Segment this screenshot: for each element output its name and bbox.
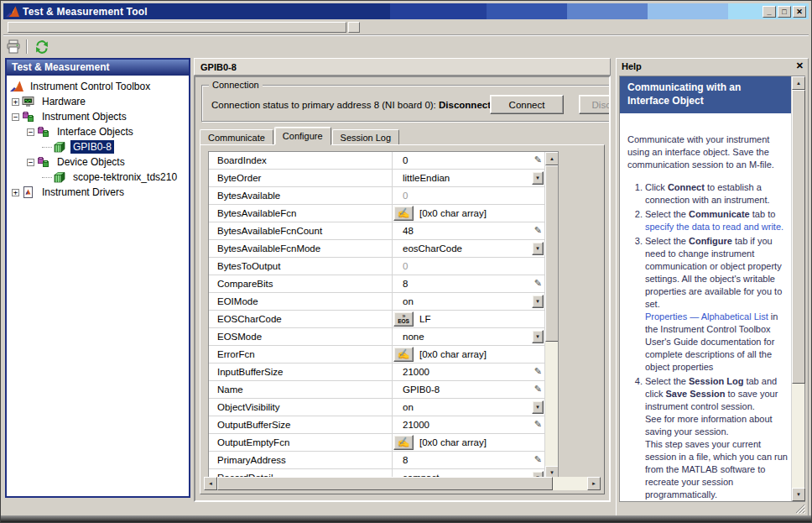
property-row-primaryaddress[interactable]: PrimaryAddress8✎ [209, 452, 544, 469]
help-scrollbar[interactable]: ▲ ▼ [791, 76, 804, 501]
tree-item-instrument-control-toolbox[interactable]: Instrument Control Toolbox [7, 79, 189, 94]
property-row-outputemptyfcn[interactable]: OutputEmptyFcn✍[0x0 char array] [209, 434, 544, 452]
dropdown-arrow-icon[interactable]: ▼ [532, 295, 544, 308]
minimize-button[interactable]: _ [763, 6, 776, 18]
property-row-inputbuffersize[interactable]: InputBufferSize21000✎ [209, 363, 544, 381]
tree-item-instrument-objects[interactable]: −Instrument Objects [7, 109, 189, 124]
tab-session-log[interactable]: Session Log [332, 129, 400, 145]
tree-item-gpib0-8[interactable]: GPIB0-8 [7, 139, 189, 154]
edit-function-button[interactable]: ✍ [393, 435, 414, 450]
property-row-boardindex[interactable]: BoardIndex0✎ [209, 152, 544, 170]
collapse-icon[interactable]: − [27, 159, 34, 166]
tree-item-label[interactable]: Device Objects [55, 155, 128, 169]
horizontal-scroll-thumb[interactable] [217, 477, 553, 490]
print-button[interactable] [3, 38, 23, 55]
tab-configure[interactable]: Configure [274, 127, 331, 145]
property-value[interactable]: eosCharCode▼ [393, 240, 544, 257]
vertical-scroll-thumb[interactable] [545, 165, 559, 342]
property-value[interactable]: on▼ [393, 293, 544, 310]
pencil-edit-icon[interactable]: ✎ [534, 419, 542, 430]
property-value[interactable]: 21000✎ [393, 416, 544, 433]
property-value[interactable]: ✍[0x0 char array] [393, 434, 544, 451]
tree-item-label[interactable]: scope-tektronix_tds210 [70, 170, 180, 184]
property-value[interactable]: 21000✎ [393, 363, 544, 380]
tree-item-label[interactable]: Interface Objects [55, 125, 136, 139]
property-row-eoimode[interactable]: EOIModeon▼ [209, 293, 544, 311]
property-row-objectvisibility[interactable]: ObjectVisibilityon▼ [209, 399, 544, 416]
title-bar[interactable]: Test & Measurement Tool _□✕ [3, 3, 809, 19]
help-link[interactable]: specify the data to read and write. [645, 222, 783, 232]
pencil-edit-icon[interactable]: ✎ [534, 225, 542, 236]
property-value[interactable]: 0 [393, 187, 544, 204]
property-value[interactable]: on▼ [393, 399, 544, 416]
tree-item-label[interactable]: Instrument Drivers [39, 186, 127, 199]
property-row-bytesavailablefcnmode[interactable]: BytesAvailableFcnModeeosCharCode▼ [209, 240, 544, 258]
property-value[interactable]: 8✎ [393, 275, 544, 292]
property-value[interactable]: 8✎ [393, 452, 544, 468]
refresh-button[interactable] [32, 38, 52, 55]
tree-item-interface-objects[interactable]: −Interface Objects [7, 124, 189, 139]
property-row-outputbuffersize[interactable]: OutputBufferSize21000✎ [209, 416, 544, 434]
resize-grip-icon[interactable] [794, 503, 805, 514]
help-scroll-thumb[interactable] [792, 90, 805, 384]
pencil-edit-icon[interactable]: ✎ [534, 278, 542, 289]
help-close-icon[interactable]: ✕ [796, 60, 804, 71]
toolbar-dock-handle[interactable] [348, 22, 360, 33]
close-button[interactable]: ✕ [793, 6, 806, 18]
dropdown-arrow-icon[interactable]: ▼ [532, 400, 544, 414]
pencil-edit-icon[interactable]: ✎ [534, 384, 542, 395]
maximize-button[interactable]: □ [778, 6, 791, 18]
property-value[interactable]: 48✎ [393, 222, 544, 239]
table-horizontal-scrollbar[interactable]: ◄ ► [204, 477, 601, 490]
edit-function-button[interactable]: ✍ [393, 347, 414, 362]
eos-editor-button[interactable]: »EOS [393, 311, 414, 327]
tree-item-label[interactable]: GPIB0-8 [70, 140, 114, 154]
dropdown-arrow-icon[interactable]: ▼ [532, 171, 544, 185]
pencil-edit-icon[interactable]: ✎ [534, 454, 542, 465]
property-row-name[interactable]: NameGPIB0-8✎ [209, 381, 544, 399]
property-value[interactable]: 0 [393, 258, 544, 275]
table-vertical-scrollbar[interactable]: ▲ ▼ [544, 152, 558, 479]
scroll-left-arrow-icon[interactable]: ◄ [204, 477, 217, 490]
expand-icon[interactable]: + [12, 189, 19, 196]
property-row-bytesavailablefcncount[interactable]: BytesAvailableFcnCount48✎ [209, 222, 544, 240]
property-row-bytesavailable[interactable]: BytesAvailable0 [209, 187, 544, 205]
edit-function-button[interactable]: ✍ [393, 206, 414, 221]
tab-communicate[interactable]: Communicate [200, 129, 273, 145]
property-row-eosmode[interactable]: EOSModenone▼ [209, 328, 544, 346]
pencil-edit-icon[interactable]: ✎ [534, 154, 542, 165]
property-value[interactable]: ✍[0x0 char array] [393, 205, 544, 222]
tree-item-device-objects[interactable]: −Device Objects [7, 154, 189, 170]
help-scroll-up-icon[interactable]: ▲ [792, 76, 805, 90]
property-value[interactable]: GPIB0-8✎ [393, 381, 544, 398]
scroll-up-arrow-icon[interactable]: ▲ [545, 152, 559, 165]
property-value[interactable]: none▼ [393, 328, 544, 345]
collapse-icon[interactable]: − [27, 128, 34, 136]
property-value[interactable]: ✍[0x0 char array] [393, 346, 544, 363]
tree-item-instrument-drivers[interactable]: +Instrument Drivers [7, 185, 189, 200]
connect-button[interactable]: Connect [490, 95, 564, 114]
tree-item-label[interactable]: Instrument Control Toolbox [28, 80, 153, 93]
property-row-eoscharcode[interactable]: EOSCharCode»EOSLF [209, 311, 544, 328]
dropdown-arrow-icon[interactable]: ▼ [532, 330, 544, 343]
property-row-bytestooutput[interactable]: BytesToOutput0 [209, 258, 544, 275]
tree-item-hardware[interactable]: +Hardware [7, 94, 189, 109]
tree-item-scope-tektronix-tds210[interactable]: scope-tektronix_tds210 [7, 170, 189, 185]
property-row-byteorder[interactable]: ByteOrderlittleEndian▼ [209, 170, 544, 187]
property-row-bytesavailablefcn[interactable]: BytesAvailableFcn✍[0x0 char array] [209, 205, 544, 222]
expand-icon[interactable]: + [12, 98, 19, 106]
help-scroll-down-icon[interactable]: ▼ [792, 488, 805, 501]
scroll-right-arrow-icon[interactable]: ► [587, 477, 601, 490]
pencil-edit-icon[interactable]: ✎ [534, 366, 542, 377]
collapse-icon[interactable]: − [12, 113, 19, 121]
tree-item-label[interactable]: Hardware [39, 95, 88, 108]
disconnect-button[interactable]: Disconnect [579, 95, 611, 114]
property-value[interactable]: »EOSLF [393, 311, 544, 327]
dropdown-arrow-icon[interactable]: ▼ [532, 242, 544, 255]
help-link[interactable]: Properties — Alphabetical List [645, 311, 768, 322]
tree-item-label[interactable]: Instrument Objects [39, 110, 129, 123]
toolbar-dock-bar[interactable] [8, 22, 346, 33]
property-value[interactable]: littleEndian▼ [393, 170, 544, 186]
property-row-errorfcn[interactable]: ErrorFcn✍[0x0 char array] [209, 346, 544, 363]
property-value[interactable]: 0✎ [393, 152, 544, 169]
